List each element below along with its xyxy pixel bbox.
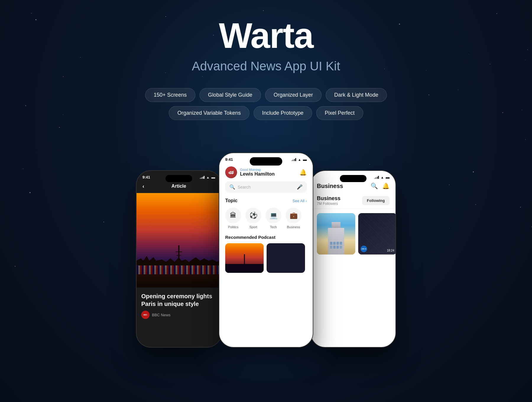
header-action-icons: 🔍 🔔	[371, 182, 390, 189]
business-left: Business 7M Followers	[317, 195, 340, 206]
podcast-image-1	[225, 243, 264, 273]
topic-business[interactable]: 💼 Business	[286, 208, 301, 229]
good-morning-label: Good Morning	[240, 168, 275, 171]
center-signal-icon	[291, 158, 296, 161]
badge-style: Global Style Guide	[200, 88, 261, 102]
article-image	[137, 193, 221, 288]
center-wifi-icon: ▲	[298, 158, 301, 161]
sport-icon: ⚽	[245, 208, 261, 223]
bbc-logo: BBC	[141, 311, 150, 319]
search-bar[interactable]: 🔍 Search 🎤	[225, 181, 307, 193]
left-battery-icon: ▬	[211, 175, 215, 179]
badge-mode: Dark & Light Mode	[326, 88, 387, 102]
podcast-card-1[interactable]	[225, 243, 264, 273]
badge-screens: 150+ Screens	[145, 88, 195, 102]
right-phone-island	[340, 175, 366, 182]
abc-logo-text: ABC N	[361, 248, 366, 250]
tech-label: Tech	[270, 225, 277, 229]
article-nav-title: Article	[171, 184, 186, 189]
politics-icon: 🏛	[225, 208, 241, 223]
news-card-building[interactable]	[317, 213, 355, 255]
article-source: BBC BBC News	[141, 311, 216, 319]
tech-icon: 💻	[265, 208, 281, 223]
right-header-title: Business	[317, 183, 343, 189]
badges-row-1: 150+ Screens Global Style Guide Organize…	[0, 88, 532, 102]
topic-tech[interactable]: 💻 Tech	[265, 208, 281, 229]
left-signal-icon	[200, 176, 205, 179]
left-time: 9:41	[142, 175, 150, 179]
badge-perfect: Pixel Perfect	[316, 106, 363, 120]
news-card-dark[interactable]: 18:24 ABC N	[358, 213, 395, 255]
left-phone: 9:41 ▲ ▬ ‹ Article	[136, 170, 222, 348]
app-subtitle: Advanced News App UI Kit	[0, 59, 532, 73]
see-all-link[interactable]: See All ›	[293, 199, 307, 203]
news-timestamp: 18:24	[387, 249, 394, 252]
podcast-row	[225, 243, 307, 273]
podcast-ground	[225, 264, 264, 273]
podcast-card-2[interactable]	[267, 243, 305, 273]
building-windows	[330, 242, 342, 249]
bell-header-icon[interactable]: 🔔	[382, 182, 390, 189]
source-name: BBC News	[152, 313, 171, 317]
search-placeholder: Search	[238, 185, 294, 189]
right-wifi-icon: ▲	[381, 176, 384, 179]
avatar: 🏎	[225, 166, 237, 178]
sport-label: Sport	[249, 225, 257, 229]
greeting-text: Good Morning Lewis Hamilton	[240, 168, 275, 177]
article-title: Opening ceremony lights Paris in unique …	[141, 292, 216, 308]
business-icon: 💼	[286, 208, 301, 223]
right-phone: ▲ ▬ Business 🔍 🔔 Business 7M Followers F…	[310, 170, 396, 348]
search-header-icon[interactable]: 🔍	[371, 182, 378, 189]
topic-sport[interactable]: ⚽ Sport	[245, 208, 261, 229]
badges-row-2: Organized Variable Tokens Include Protot…	[0, 106, 532, 120]
news-source-badge: ABC N	[361, 246, 367, 252]
badge-layer: Organized Layer	[265, 88, 322, 102]
left-wifi-icon: ▲	[206, 176, 210, 179]
podcast-image-2	[267, 243, 305, 273]
topic-politics[interactable]: 🏛 Politics	[225, 208, 241, 229]
center-content: 🏎 Good Morning Lewis Hamilton 🔔 🔍 Search…	[219, 162, 313, 273]
topic-icons-list: 🏛 Politics ⚽ Sport 💻 Tech	[225, 208, 307, 229]
following-button[interactable]: Following	[362, 196, 390, 205]
article-text-area: Opening ceremony lights Paris in unique …	[137, 288, 221, 324]
building-top	[332, 222, 340, 228]
center-time: 9:41	[225, 157, 233, 162]
page-header: Warta Advanced News App UI Kit 150+ Scre…	[0, 0, 532, 120]
center-phone-island	[250, 157, 282, 166]
mic-icon[interactable]: 🎤	[297, 184, 303, 190]
center-status-icons: ▲ ▬	[291, 157, 307, 162]
business-info: Business 7M Followers Following	[311, 192, 395, 209]
user-name: Lewis Hamilton	[240, 171, 275, 177]
business-label: Business	[287, 225, 300, 229]
news-cards: 18:24 ABC N	[311, 209, 395, 259]
center-phone: 9:41 ▲ ▬ 🏎	[219, 153, 313, 348]
badge-tokens: Organized Variable Tokens	[169, 106, 249, 120]
greeting-left: 🏎 Good Morning Lewis Hamilton	[225, 166, 275, 178]
image-overlay	[137, 193, 221, 288]
podcast-eiffel	[244, 254, 245, 265]
topic-header: Topic See All ›	[225, 198, 307, 203]
phones-container: 9:41 ▲ ▬ ‹ Article	[0, 126, 532, 348]
right-status-icons: ▲ ▬	[374, 175, 390, 179]
building-main	[328, 228, 344, 255]
notification-bell-icon[interactable]: 🔔	[299, 169, 307, 176]
business-name: Business	[317, 195, 340, 202]
recommended-title: Recommended Podcast	[225, 235, 307, 240]
right-battery-icon: ▬	[386, 175, 390, 179]
avatar-image: 🏎	[225, 166, 237, 178]
politics-label: Politics	[228, 225, 239, 229]
right-signal-icon	[374, 176, 379, 179]
search-icon: 🔍	[229, 184, 235, 190]
left-status-icons: ▲ ▬	[200, 175, 215, 179]
center-battery-icon: ▬	[303, 157, 307, 162]
back-button[interactable]: ‹	[142, 183, 144, 189]
topic-title: Topic	[225, 198, 237, 203]
left-phone-island	[166, 175, 192, 182]
business-followers: 7M Followers	[317, 202, 340, 206]
badge-prototype: Include Prototype	[254, 106, 312, 120]
app-title: Warta	[0, 18, 532, 53]
